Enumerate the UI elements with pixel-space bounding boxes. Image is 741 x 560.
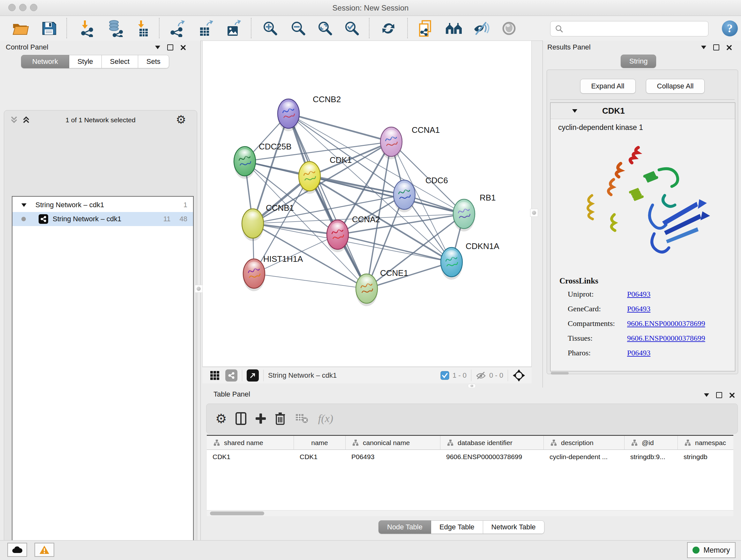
column-header[interactable]: canonical name [346, 436, 441, 450]
hide-selected-button[interactable] [470, 18, 493, 39]
grid-view-icon[interactable] [210, 371, 219, 380]
crosslink-link[interactable]: P06493 [627, 305, 650, 313]
import-network-from-database-button[interactable] [104, 18, 126, 39]
node-table[interactable]: shared name name canonical name database… [207, 435, 733, 511]
save-session-button[interactable] [38, 18, 60, 39]
warnings-button[interactable] [35, 543, 54, 557]
gene-header-row[interactable]: CDK1 [550, 103, 735, 119]
results-hscroll-thumb[interactable] [551, 372, 569, 374]
table-cell[interactable]: CDK1 [294, 450, 346, 464]
network-node-CCNA1[interactable]: CCNA1 [381, 125, 440, 159]
selected-checkbox-icon[interactable] [441, 371, 449, 380]
show-all-button[interactable] [498, 18, 520, 39]
first-neighbors-button[interactable] [443, 18, 465, 39]
control-panel-tabs: Network Style Select Sets [21, 55, 169, 68]
memory-button[interactable]: Memory [687, 542, 736, 558]
network-options-gear-icon[interactable]: ⚙ [176, 113, 186, 126]
import-network-button[interactable] [76, 18, 98, 39]
collapse-all-button[interactable]: Collapse All [646, 79, 705, 94]
zoom-fit-button[interactable] [314, 18, 336, 39]
undock-panel-icon[interactable] [713, 44, 719, 51]
right-splitter-handle[interactable] [530, 209, 538, 217]
column-header[interactable]: @id [624, 436, 678, 450]
network-node-CDC25B[interactable]: CDC25B [234, 142, 292, 179]
collection-caret-icon[interactable] [21, 203, 26, 207]
crosslink-link[interactable]: 9606.ENSP00000378699 [627, 334, 705, 343]
network-badge-icon[interactable] [225, 369, 238, 381]
network-node-HIST1H1A[interactable]: HIST1H1A [243, 254, 303, 291]
left-splitter-handle[interactable] [195, 285, 203, 293]
undock-panel-icon[interactable] [716, 392, 722, 398]
show-columns-icon[interactable] [235, 412, 247, 425]
birdseye-toggle-icon[interactable] [247, 369, 259, 381]
crosslink-label: Pharos: [568, 349, 591, 357]
table-cell[interactable]: stringdb:9... [624, 450, 678, 464]
netbar-separator [508, 370, 508, 381]
table-cell[interactable]: CDK1 [207, 450, 294, 464]
export-network-button[interactable] [166, 18, 188, 39]
network-list-box: 1 of 1 Network selected ⚙ String Network… [4, 110, 197, 560]
table-cell[interactable]: P06493 [346, 450, 441, 464]
column-header[interactable]: shared name [207, 436, 294, 450]
tab-network[interactable]: Network [21, 55, 69, 68]
undock-panel-icon[interactable] [167, 44, 173, 51]
crosslink-link[interactable]: 9606.ENSP00000378699 [627, 319, 705, 328]
function-builder-button[interactable]: f(x) [318, 413, 333, 425]
tab-sets[interactable]: Sets [138, 55, 169, 68]
tab-edge-table[interactable]: Edge Table [431, 520, 483, 534]
gray-orb-icon [501, 21, 517, 36]
import-table-button[interactable] [132, 18, 154, 39]
refresh-button[interactable] [377, 18, 400, 39]
table-options-gear-icon[interactable]: ⚙ [215, 411, 227, 426]
float-panel-icon[interactable] [704, 393, 709, 397]
fit-content-crosshair-icon[interactable] [513, 369, 525, 382]
zoom-in-button[interactable] [259, 18, 281, 39]
column-header[interactable]: description [544, 436, 624, 450]
export-table-button[interactable] [194, 18, 216, 39]
hidden-eye-icon[interactable] [476, 371, 486, 380]
network-node-CCNE1[interactable]: CCNE1 [356, 268, 408, 306]
tab-network-table[interactable]: Network Table [483, 520, 544, 534]
column-header[interactable]: name [294, 436, 346, 450]
network-row-selected[interactable]: String Network – cdk1 11 48 [12, 212, 193, 226]
tab-string[interactable]: String [621, 55, 656, 68]
tab-node-table[interactable]: Node Table [379, 520, 431, 534]
help-button[interactable]: ? [719, 18, 741, 39]
search-input[interactable] [566, 22, 708, 36]
zoom-out-button[interactable] [287, 18, 310, 39]
delete-table-icon[interactable] [295, 414, 309, 424]
crosslink-link[interactable]: P06493 [627, 349, 650, 357]
zoom-selected-button[interactable] [341, 18, 363, 39]
network-node-CDK1[interactable]: CDK1 [299, 155, 352, 194]
close-panel-icon[interactable] [726, 45, 732, 51]
column-header[interactable]: namespac [678, 436, 733, 450]
scrollbar-thumb[interactable] [210, 511, 264, 515]
close-panel-icon[interactable] [729, 392, 735, 398]
table-cell[interactable]: cyclin-dependent ... [544, 450, 624, 464]
export-image-button[interactable] [222, 18, 245, 39]
clone-network-button[interactable] [415, 18, 437, 39]
table-horizontal-scrollbar[interactable] [207, 510, 733, 516]
column-type-icon [447, 439, 454, 446]
tab-style[interactable]: Style [69, 55, 102, 68]
crosslink-link[interactable]: P06493 [627, 290, 650, 299]
network-node-CDKN1A[interactable]: CDKN1A [441, 241, 499, 280]
table-cell[interactable]: 9606.ENSP00000378699 [441, 450, 544, 464]
network-canvas[interactable]: CCNB2CCNA1CDC25BCDK1CDC6RB1CCNB1CCNA2CDK… [202, 41, 532, 367]
add-column-icon[interactable] [255, 413, 266, 424]
cloud-status-button[interactable] [7, 543, 27, 557]
network-collection-row[interactable]: String Network – cdk1 1 [12, 198, 193, 212]
search-box[interactable] [550, 21, 709, 37]
open-session-button[interactable] [10, 18, 32, 39]
table-cell[interactable]: stringdb [678, 450, 733, 464]
network-node-RB1[interactable]: RB1 [453, 193, 496, 232]
string-network-graph[interactable]: CCNB2CCNA1CDC25BCDK1CDC6RB1CCNB1CCNA2CDK… [203, 41, 531, 367]
gene-caret-icon[interactable] [572, 109, 577, 113]
close-panel-icon[interactable] [180, 45, 186, 51]
tab-select[interactable]: Select [102, 55, 138, 68]
float-panel-icon[interactable] [701, 46, 706, 49]
float-panel-icon[interactable] [155, 46, 160, 49]
column-header[interactable]: database identifier [441, 436, 544, 450]
delete-column-icon[interactable] [275, 412, 286, 425]
expand-all-button[interactable]: Expand All [580, 79, 636, 94]
